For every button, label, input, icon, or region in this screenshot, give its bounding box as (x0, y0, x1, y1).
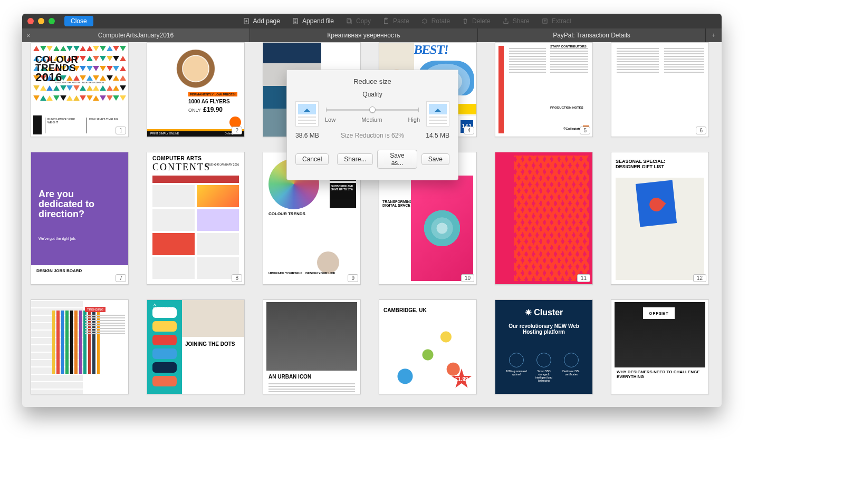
tab-1[interactable]: × ComputerArtsJanuary2016 (22, 28, 250, 42)
tab-label: Креативная уверенность (327, 32, 400, 39)
headline: CONTENTS (152, 162, 210, 173)
rotate-button[interactable]: Rotate (421, 17, 450, 25)
toolbar-actions: Add page Append file Copy Paste Rotate D… (98, 17, 716, 25)
section-bar (152, 176, 239, 183)
headline: WHY DESIGNERS NEED TO CHALLENGE EVERYTHI… (617, 370, 706, 379)
traffic-minimize-icon[interactable] (38, 18, 44, 24)
tab-bar: × ComputerArtsJanuary2016 Креативная уве… (22, 28, 722, 42)
headline: SEASONAL SPECIAL: DESIGNER GIFT LIST (616, 159, 684, 169)
page-number: 1 (116, 127, 126, 134)
portrait-placeholder (317, 251, 339, 274)
subheadline: A FUNCTIONAL CULTURAL MASHUP (154, 303, 177, 316)
svg-rect-2 (348, 20, 351, 24)
ad-text: PERMANENTLY LOW PRICES! 1000 A6 FLYERS O… (188, 88, 241, 121)
traffic-lights (27, 18, 55, 24)
headline: BEST! (414, 43, 474, 57)
contents-grid (152, 185, 239, 279)
page-thumbnail[interactable]: AN URBAN ICON (263, 299, 361, 394)
page-subtitle: DISCOVER THE HOTTEST PALETTES IN DESIGN (55, 82, 104, 84)
delete-button[interactable]: Delete (462, 17, 491, 25)
shield-icon (509, 353, 524, 367)
headline: JOINING THE DOTS (185, 341, 235, 347)
page-thumbnail[interactable]: STAFF CONTRIBUTORS PRODUCTION NOTES ©Col… (495, 42, 593, 137)
page-number: 6 (696, 127, 706, 134)
cancel-button[interactable]: Cancel (295, 153, 329, 165)
headline: Are you dedicated to direction? (39, 189, 118, 219)
section-heading: PRODUCTION NOTES (550, 106, 583, 109)
close-icon[interactable]: × (26, 32, 31, 40)
page-number: 4 (464, 127, 474, 134)
add-page-button[interactable]: Add page (243, 17, 280, 25)
brand-logo: ✷ Cluster (495, 307, 592, 317)
photo-placeholder (266, 302, 357, 371)
page-thumbnail[interactable]: A FUNCTIONAL CULTURAL MASHUP JOINING THE… (147, 299, 245, 394)
share-button[interactable]: Share (502, 17, 530, 25)
page-thumbnail[interactable]: TRENDING (31, 299, 129, 394)
subheadline: TRANSFORMING DIGITAL SPACE (382, 200, 411, 207)
trash-icon (462, 17, 469, 25)
copy-button[interactable]: Copy (346, 17, 371, 25)
section-heading: STAFF CONTRIBUTORS (550, 45, 587, 48)
document-preview-after-icon (426, 101, 449, 127)
reduction-text: Size Reduction is 62% (341, 132, 404, 139)
decorative-block (33, 115, 42, 134)
traffic-close-icon[interactable] (27, 18, 34, 24)
slider-knob[interactable] (369, 106, 376, 113)
paste-button[interactable]: Paste (382, 17, 409, 25)
new-tab-button[interactable]: + (706, 28, 722, 42)
page-thumbnail[interactable]: 11 (495, 152, 593, 285)
subheadline: UPGRADE YOURSELF (268, 272, 302, 275)
append-file-button[interactable]: Append file (292, 17, 334, 25)
page-thumbnail[interactable]: CAMBRIDGE, UK £1.99 (379, 299, 477, 394)
sign: OFFSET (643, 307, 675, 319)
page-thumbnail[interactable]: SEASONAL SPECIAL: DESIGNER GIFT LIST 12 (611, 152, 709, 285)
page-number: 9 (348, 274, 358, 282)
text-column: TRENDING (85, 303, 125, 391)
tab-2[interactable]: Креативная уверенность (250, 28, 478, 42)
page-thumbnail[interactable]: /* filled below by tri generator */ COLO… (31, 42, 129, 137)
page-thumbnail[interactable]: Are you dedicated to direction? We've go… (31, 152, 129, 285)
masthead: COMPUTER ARTS (152, 156, 202, 161)
traffic-zoom-icon[interactable] (49, 18, 55, 24)
quality-slider[interactable] (324, 105, 421, 113)
decorative-block (498, 46, 504, 133)
close-button[interactable]: Close (64, 16, 93, 26)
share-button[interactable]: Share... (337, 153, 373, 165)
page-thumbnail[interactable]: PERMANENTLY LOW PRICES! 1000 A6 FLYERS O… (147, 42, 245, 137)
illustration (152, 307, 177, 386)
app-window: Close Add page Append file Copy Paste Ro… (22, 14, 722, 407)
headline: CAMBRIDGE, UK (383, 307, 427, 313)
size-before: 38.6 MB (295, 132, 319, 139)
page-thumbnail[interactable]: 6 (611, 42, 709, 137)
page-footer: DESIGN JOBS BOARD (31, 265, 128, 284)
tab-label: PayPal: Transaction Details (553, 32, 630, 39)
save-as-button[interactable]: Save as... (377, 150, 417, 169)
svg-rect-3 (347, 18, 350, 23)
extract-button[interactable]: Extract (541, 17, 571, 25)
illustration (514, 156, 589, 281)
save-button[interactable]: Save (421, 153, 449, 165)
page-number: 11 (577, 274, 590, 282)
issue-label: ISSUE #249 JANUARY 2016 (205, 163, 239, 166)
share-icon (502, 17, 510, 25)
page-thumbnail[interactable]: COMPUTER ARTS CONTENTS ISSUE #249 JANUAR… (147, 152, 245, 285)
slider-labels: Low Medium High (324, 117, 421, 123)
toolbar-label: Paste (393, 17, 409, 25)
page-number: 12 (693, 274, 706, 282)
photo-placeholder (182, 300, 244, 337)
toolbar-label: Rotate (431, 17, 450, 25)
thumbnail-grid-area: /* filled below by tri generator */ COLO… (22, 42, 722, 407)
illustration (411, 176, 473, 281)
tab-label: ComputerArtsJanuary2016 (98, 32, 174, 39)
subheadline: DESIGN YOUR LIFE (305, 272, 335, 275)
headline: AN URBAN ICON (268, 374, 311, 380)
headline: Our revolutionary NEW Web Hosting platfo… (503, 323, 585, 335)
modal-title: Reduce size (295, 77, 449, 85)
quality-label: Quality (295, 91, 449, 98)
page-thumbnail[interactable]: OFFSET WHY DESIGNERS NEED TO CHALLENGE E… (611, 299, 709, 394)
toolbar-label: Extract (552, 17, 571, 25)
reduce-size-modal: Reduce size Quality Low Med (286, 70, 458, 180)
tab-3[interactable]: PayPal: Transaction Details (478, 28, 706, 42)
page-thumbnail[interactable]: ✷ Cluster Our revolutionary NEW Web Host… (495, 299, 593, 394)
toolbar-label: Copy (356, 17, 371, 25)
